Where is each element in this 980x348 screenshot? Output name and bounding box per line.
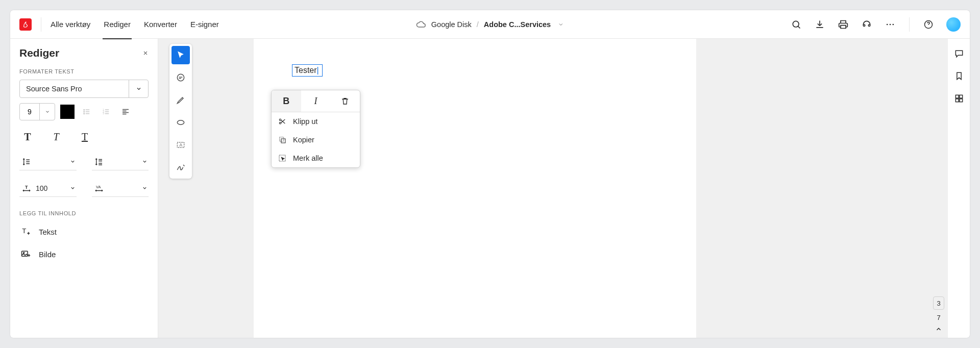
ctx-bold-button[interactable]: B xyxy=(272,90,301,112)
svg-rect-27 xyxy=(955,99,959,102)
svg-text:3: 3 xyxy=(103,112,104,115)
nav-all-tools[interactable]: Alle verktøy xyxy=(51,10,90,39)
page-collapse-icon[interactable] xyxy=(935,326,942,333)
font-size-dropdown-icon[interactable] xyxy=(39,104,55,120)
comments-panel-icon[interactable] xyxy=(953,48,965,59)
ctx-cut-label: Klipp ut xyxy=(293,117,317,126)
chevron-down-icon[interactable] xyxy=(142,159,148,164)
app-logo xyxy=(19,18,32,31)
chevron-down-icon[interactable] xyxy=(142,185,148,191)
top-actions xyxy=(791,17,961,32)
svg-rect-23 xyxy=(281,139,285,143)
svg-text:VA: VA xyxy=(96,185,101,189)
signature-tool[interactable] xyxy=(172,158,190,177)
svg-point-3 xyxy=(893,23,894,25)
print-icon[interactable] xyxy=(838,19,849,30)
ctx-copy-label: Kopier xyxy=(293,136,314,144)
breadcrumb-filename[interactable]: Adobe C...Services xyxy=(484,20,551,29)
svg-point-2 xyxy=(890,23,891,25)
comment-tool[interactable] xyxy=(172,68,190,87)
svg-point-5 xyxy=(84,110,85,111)
add-image-icon xyxy=(19,248,32,260)
nav-esign[interactable]: E-signer xyxy=(190,10,219,39)
editable-text-box[interactable]: Tester| xyxy=(292,64,323,77)
svg-point-6 xyxy=(84,111,85,112)
add-content-label: LEGG TIL INNHOLD xyxy=(19,210,149,216)
panel-close-icon[interactable] xyxy=(142,50,149,56)
cloud-icon xyxy=(416,19,426,30)
headphones-icon[interactable] xyxy=(861,19,872,30)
font-family-value: Source Sans Pro xyxy=(20,80,129,97)
current-page[interactable]: 3 xyxy=(933,296,944,310)
select-all-icon xyxy=(278,154,287,163)
document-page[interactable]: Tester| B I Klipp ut Kopier xyxy=(254,39,696,338)
select-tool[interactable] xyxy=(172,46,190,64)
avatar[interactable] xyxy=(946,17,961,32)
add-text-button[interactable]: T Tekst xyxy=(19,221,149,242)
align-button[interactable] xyxy=(118,105,133,119)
text-content: Tester xyxy=(295,66,317,74)
font-size-value: 9 xyxy=(20,104,39,120)
character-spacing-icon: VA xyxy=(93,182,105,194)
svg-text:T: T xyxy=(25,184,28,189)
ctx-select-all-label: Merk alle xyxy=(293,154,323,162)
bold-button[interactable]: T xyxy=(19,130,36,144)
breadcrumb-source[interactable]: Google Disk xyxy=(431,20,472,29)
svg-point-7 xyxy=(84,113,85,114)
underline-button[interactable]: T xyxy=(77,130,93,144)
bookmarks-panel-icon[interactable] xyxy=(953,70,965,82)
text-color-swatch[interactable] xyxy=(60,105,75,119)
ctx-select-all[interactable]: Merk alle xyxy=(272,149,360,167)
edit-panel: Rediger FORMATER TEKST Source Sans Pro 9… xyxy=(10,39,158,338)
horizontal-scale-icon: T xyxy=(20,182,33,194)
bullet-list-button xyxy=(80,105,94,119)
tool-rail: A xyxy=(169,44,192,179)
ctx-copy[interactable]: Kopier xyxy=(272,131,360,149)
character-spacing-select[interactable]: VA xyxy=(92,180,149,197)
paragraph-spacing-select[interactable] xyxy=(92,153,149,170)
copy-icon xyxy=(278,135,287,144)
add-image-label: Bilde xyxy=(39,250,56,259)
svg-rect-28 xyxy=(959,99,962,102)
search-icon[interactable] xyxy=(791,19,802,30)
context-menu: B I Klipp ut Kopier Merk alle xyxy=(271,90,360,168)
filename-dropdown[interactable] xyxy=(558,21,564,28)
font-size-select[interactable]: 9 xyxy=(19,103,55,120)
thumbnails-panel-icon[interactable] xyxy=(953,93,965,104)
ctx-delete-button[interactable] xyxy=(330,90,360,112)
svg-rect-25 xyxy=(955,95,959,98)
ctx-cut[interactable]: Klipp ut xyxy=(272,112,360,131)
font-family-dropdown-icon[interactable] xyxy=(129,80,148,97)
help-icon[interactable] xyxy=(923,19,934,30)
chevron-down-icon[interactable] xyxy=(70,159,76,164)
line-spacing-select[interactable] xyxy=(19,153,77,170)
top-bar: Alle verktøy Rediger Konverter E-signer … xyxy=(10,10,970,39)
svg-rect-26 xyxy=(959,95,962,98)
nav-convert[interactable]: Konverter xyxy=(144,10,177,39)
ctx-italic-button[interactable]: I xyxy=(301,90,331,112)
font-family-select[interactable]: Source Sans Pro xyxy=(19,80,149,98)
nav-edit[interactable]: Rediger xyxy=(104,10,131,39)
divider xyxy=(41,17,41,32)
horizontal-scale-value: 100 xyxy=(33,184,70,192)
download-icon[interactable] xyxy=(814,19,825,30)
svg-text:T: T xyxy=(22,227,26,235)
chevron-down-icon[interactable] xyxy=(70,185,76,191)
italic-button[interactable]: T xyxy=(48,130,64,144)
line-spacing-icon xyxy=(20,156,33,168)
horizontal-scale-select[interactable]: T 100 xyxy=(19,180,77,197)
scissors-icon xyxy=(278,117,287,126)
highlight-tool[interactable] xyxy=(172,91,190,109)
main-area: Rediger FORMATER TEKST Source Sans Pro 9… xyxy=(10,39,970,338)
format-text-label: FORMATER TEKST xyxy=(19,68,149,74)
total-pages: 7 xyxy=(937,314,940,321)
add-image-button[interactable]: Bilde xyxy=(19,244,149,264)
panel-title: Rediger xyxy=(19,47,59,59)
main-nav: Alle verktøy Rediger Konverter E-signer xyxy=(51,10,219,39)
add-text-label: Tekst xyxy=(39,228,57,236)
svg-point-16 xyxy=(177,74,184,81)
draw-tool[interactable] xyxy=(172,113,190,132)
add-textbox-tool[interactable]: A xyxy=(172,136,190,154)
more-icon[interactable] xyxy=(885,19,896,30)
svg-point-17 xyxy=(177,120,184,125)
